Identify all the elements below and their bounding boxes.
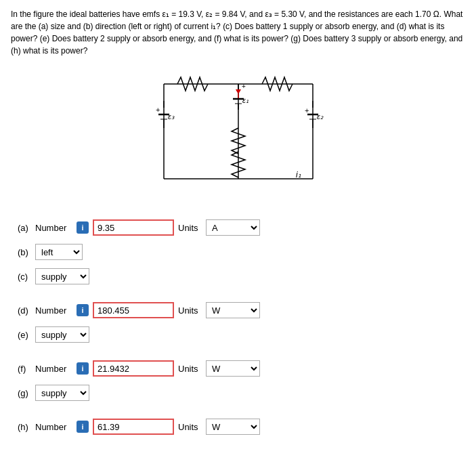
input-d[interactable] <box>93 302 174 318</box>
answers-container: (a) Number i Units A mA μA (b) left righ… <box>11 218 465 436</box>
label-a: (a) <box>18 223 31 233</box>
row-a: (a) Number i Units A mA μA <box>18 218 465 237</box>
input-h[interactable] <box>93 419 174 435</box>
units-label-h: Units <box>178 422 202 432</box>
circuit-diagram: + ε₃ + ε₁ + ε₂ i₁ <box>11 64 465 206</box>
svg-text:ε₂: ε₂ <box>317 112 324 121</box>
svg-marker-13 <box>236 89 241 94</box>
input-f[interactable] <box>93 360 174 377</box>
svg-text:ε₁: ε₁ <box>242 96 248 104</box>
units-select-h[interactable]: W mW kW <box>206 419 260 435</box>
label-h: (h) <box>18 422 31 432</box>
info-btn-f[interactable]: i <box>77 362 89 375</box>
info-btn-h[interactable]: i <box>77 421 89 433</box>
row-c: (c) supply absorb <box>18 267 465 286</box>
row-f: (f) Number i Units W mW kW <box>18 359 465 378</box>
input-a[interactable] <box>93 219 174 236</box>
label-b: (b) <box>18 247 31 257</box>
units-label-a: Units <box>178 223 202 233</box>
label-f: (f) <box>18 364 31 374</box>
row-h: (h) Number i Units W mW kW <box>18 417 465 436</box>
type-a: Number <box>35 223 72 233</box>
units-select-a[interactable]: A mA μA <box>206 219 260 236</box>
row-g: (g) supply absorb <box>18 383 465 402</box>
svg-text:+: + <box>242 83 246 90</box>
svg-text:ε₃: ε₃ <box>168 112 175 121</box>
type-f: Number <box>35 364 72 374</box>
row-e: (e) supply absorb <box>18 325 465 344</box>
problem-text: In the figure the ideal batteries have e… <box>11 8 465 57</box>
units-select-f[interactable]: W mW kW <box>206 360 260 377</box>
direction-select-b[interactable]: left right <box>35 244 83 260</box>
supply-select-e[interactable]: supply absorb <box>35 326 89 343</box>
info-btn-d[interactable]: i <box>77 304 89 316</box>
label-e: (e) <box>18 330 31 340</box>
info-btn-a[interactable]: i <box>77 221 89 234</box>
type-d: Number <box>35 305 72 316</box>
label-c: (c) <box>18 272 31 282</box>
label-g: (g) <box>18 388 31 398</box>
supply-select-g[interactable]: supply absorb <box>35 385 89 401</box>
type-h: Number <box>35 422 72 432</box>
units-label-d: Units <box>178 305 202 316</box>
units-select-d[interactable]: W mW kW <box>206 302 260 318</box>
svg-text:i₁: i₁ <box>296 170 301 179</box>
supply-select-c[interactable]: supply absorb <box>35 268 89 284</box>
svg-text:+: + <box>156 106 160 114</box>
units-label-f: Units <box>178 364 202 374</box>
label-d: (d) <box>18 305 31 316</box>
row-d: (d) Number i Units W mW kW <box>18 301 465 320</box>
svg-text:+: + <box>305 106 309 114</box>
row-b: (b) left right <box>18 242 465 261</box>
